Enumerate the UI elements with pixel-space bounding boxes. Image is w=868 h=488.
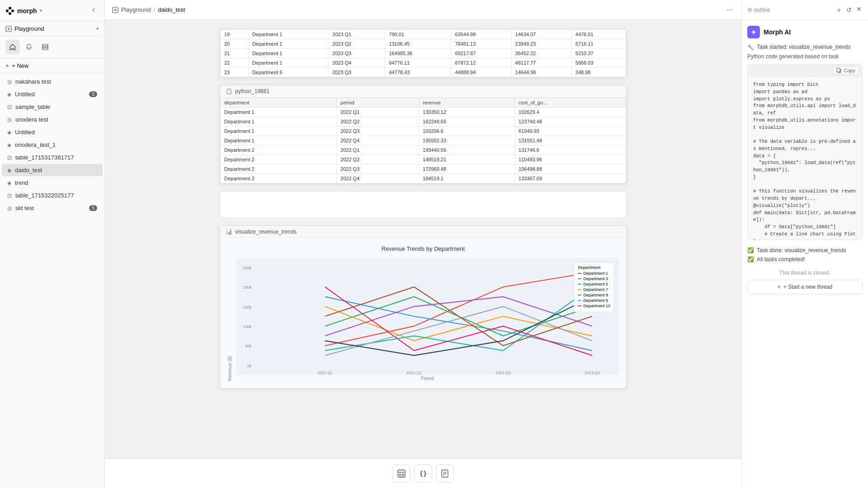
sidebar-item-nakahara-test[interactable]: ◎ nakahara test <box>2 75 103 88</box>
sidebar-icon-bar <box>0 36 104 58</box>
table-icon: ◎ <box>7 79 12 85</box>
home-icon-button[interactable] <box>5 40 20 54</box>
sidebar-item-trend[interactable]: ◈ trend <box>2 177 103 189</box>
legend-item: Department 9 <box>578 298 610 303</box>
morph-ai-header: Morph AI <box>747 26 863 38</box>
svg-rect-25 <box>398 470 405 477</box>
table-row: 20Department 12023 Q213106.4578481.13239… <box>221 39 626 49</box>
legend-item: Department 1 <box>578 271 610 276</box>
sidebar-item-daido-test[interactable]: ◈ daido_test <box>2 164 103 176</box>
y-axis-label: Revenue ($) <box>227 258 232 381</box>
panel-add-button[interactable]: + <box>835 5 843 15</box>
playground-breadcrumb-icon <box>112 7 118 13</box>
table-row: Department 22022 Q3172960.48106498.88 <box>221 164 626 174</box>
panel-close-button[interactable]: ✕ <box>855 5 863 15</box>
document-toolbar-button[interactable] <box>436 465 454 483</box>
playground-icon <box>5 26 12 32</box>
breadcrumb-playground[interactable]: Playground <box>121 6 151 13</box>
more-options-button[interactable]: ⋯ <box>725 5 734 15</box>
chart-node: 📊 visualize_revenue_trends Revenue Trend… <box>220 225 627 389</box>
code-toolbar-button[interactable]: {} <box>414 465 432 483</box>
canvas[interactable]: 19Department 12023 Q1790.0163544.9814634… <box>105 20 741 459</box>
table-row: Department 22022 Q2148519.21110493.96 <box>221 155 626 164</box>
playground-selector[interactable]: Playground ▾ <box>0 22 104 36</box>
chart-title: Revenue Trends by Department <box>227 245 619 252</box>
sidebar-item-sample-table[interactable]: ⊡ sample_table <box>2 101 103 113</box>
table-toolbar-button[interactable] <box>392 465 410 483</box>
svg-text:0k: 0k <box>247 363 252 368</box>
bell-icon-button[interactable] <box>22 40 36 54</box>
brand-chevron-icon: ▾ <box>40 8 42 14</box>
sidebar-item-label: onodera test <box>15 116 97 123</box>
chart-node-header: 📊 visualize_revenue_trends <box>220 226 626 238</box>
upper-data-table: 19Department 12023 Q1790.0163544.9814634… <box>220 29 626 77</box>
sidebar-item-label: onodera_test_1 <box>15 141 97 148</box>
table-icon: ◎ <box>7 117 12 123</box>
lower-data-table: department period revenue cost_of_go... … <box>220 98 626 183</box>
sidebar-item-onodera-test-1[interactable]: ◈ onodera_test_1 <box>2 139 103 151</box>
svg-text:2023 Q4: 2023 Q4 <box>585 370 600 375</box>
bottom-toolbar: {} <box>105 459 741 488</box>
table-row: Department 12022 Q3103206.661949.93 <box>221 127 626 136</box>
svg-text:2023 Q3: 2023 Q3 <box>495 370 511 375</box>
table-row: Department 12022 Q2162248.65123740.48 <box>221 117 626 127</box>
copy-icon <box>836 68 842 73</box>
table-row: 21Department 12023 Q3164985.3669217.8736… <box>221 49 626 58</box>
document-icon <box>441 469 448 478</box>
sidebar-item-label: Untitled <box>15 91 85 98</box>
new-button[interactable]: + + New <box>0 58 104 73</box>
brand-area[interactable]: morph ▾ <box>5 6 42 15</box>
task-started-label: Task started: visualize_revenue_trends <box>757 44 850 50</box>
lower-data-node: 📋 python_19881 department period revenue… <box>220 85 627 184</box>
document-icon: ◈ <box>7 129 11 136</box>
bell-icon <box>25 43 33 51</box>
svg-text:2023 Q1: 2023 Q1 <box>317 370 333 375</box>
sidebar-item-label: nakahara test <box>15 78 97 85</box>
sidebar-item-untitled-1[interactable]: ◈ Untitled 5 <box>2 88 103 100</box>
upper-data-node: 19Department 12023 Q1790.0163544.9814634… <box>220 29 627 78</box>
sidebar-item-table-1715322025177[interactable]: ⊡ table_1715322025177 <box>2 189 103 202</box>
brand-logo-icon <box>5 6 14 15</box>
sidebar-item-skt-test[interactable]: ◎ skt test 5 <box>2 202 103 214</box>
col-header-cost: cost_of_go... <box>515 98 626 108</box>
sidebar-collapse-button[interactable] <box>88 5 99 17</box>
wrench-icon: 🔧 <box>747 44 754 51</box>
table-icon: ⊡ <box>7 104 12 110</box>
document-icon: ◈ <box>7 142 11 148</box>
start-thread-label: + Start a new thread <box>783 284 832 290</box>
outline-icon: ⚙ <box>747 7 752 13</box>
task-done-item: ✅ Task done: visualize_revenue_trends <box>747 247 863 253</box>
col-header-period: period <box>337 98 419 108</box>
table-row: Department 22022 Q1193440.56131746.6 <box>221 145 626 155</box>
table-row: Department 22022 Q4184519.1133367.09 <box>221 174 626 183</box>
sidebar: morph ▾ Playground ▾ <box>0 0 105 488</box>
canvas-inner: 19Department 12023 Q1790.0163544.9814634… <box>220 29 627 389</box>
start-new-thread-button[interactable]: + + Start a new thread <box>747 280 863 294</box>
playground-label: Playground <box>14 25 44 32</box>
sparkle-icon <box>750 28 757 36</box>
table-icon: ◎ <box>7 205 12 211</box>
sidebar-item-badge: 5 <box>89 91 97 97</box>
x-axis-label: Period <box>236 376 619 381</box>
sidebar-item-untitled-2[interactable]: ◈ Untitled <box>2 126 103 138</box>
sidebar-item-label: Untitled <box>15 129 97 136</box>
svg-text:2023 Q2: 2023 Q2 <box>406 370 422 375</box>
sidebar-item-label: trend <box>15 179 97 186</box>
all-tasks-done-item: ✅ All tasks completed! <box>747 256 863 263</box>
panel-refresh-button[interactable]: ↺ <box>844 5 854 15</box>
table-row: 22Department 12023 Q464776.1187872.12481… <box>221 58 626 68</box>
table-icon: ⊡ <box>7 155 12 161</box>
sidebar-item-label: daido_test <box>15 167 97 174</box>
copy-button[interactable]: Copy <box>833 66 859 75</box>
sidebar-item-onodera-test[interactable]: ◎ onodera test <box>2 113 103 126</box>
database-icon-button[interactable] <box>38 40 52 54</box>
morph-ai-title: Morph AI <box>764 28 791 36</box>
home-icon <box>9 43 16 51</box>
main-content: Playground / daido_test ⋯ 19Department 1… <box>105 0 741 488</box>
breadcrumb-current: daido_test <box>158 6 185 13</box>
col-header-revenue: revenue <box>419 98 515 108</box>
panel-content: Morph AI 🔧 Task started: visualize_reven… <box>742 20 868 488</box>
col-header-department: department <box>221 98 337 108</box>
sidebar-item-table-1715317381717[interactable]: ⊡ table_1715317381717 <box>2 151 103 164</box>
copy-label: Copy <box>844 68 855 73</box>
